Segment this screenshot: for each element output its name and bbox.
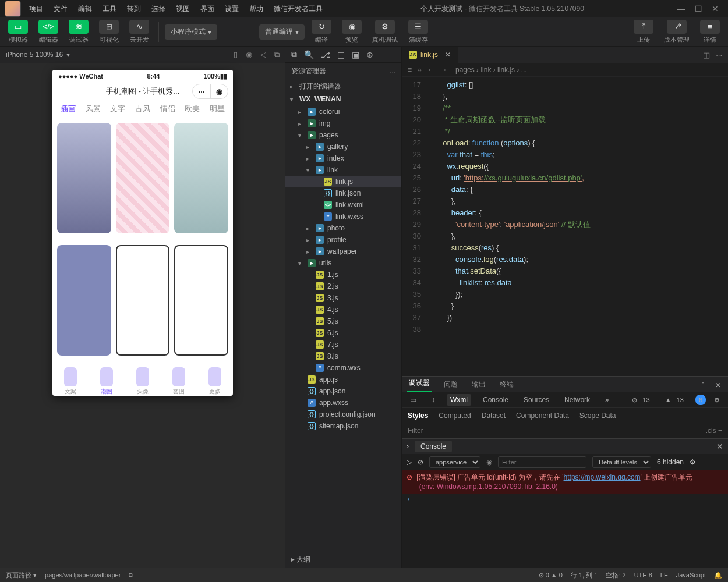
tree-item[interactable]: JS5.js: [285, 315, 401, 327]
style-subtab[interactable]: Scope Data: [579, 411, 616, 420]
clear-cache-button[interactable]: ☰清缓存: [405, 19, 432, 45]
upload-button[interactable]: ⤒上传: [630, 19, 657, 45]
warn-count[interactable]: ▲ 13: [662, 395, 691, 405]
menu-选择[interactable]: 选择: [147, 2, 170, 16]
tree-item[interactable]: #link.wxss: [285, 211, 401, 222]
tree-item[interactable]: {}app.json: [285, 385, 401, 397]
bell-icon[interactable]: 🔔: [714, 572, 722, 579]
simulator-button[interactable]: ▭模拟器: [5, 19, 31, 45]
tree-item[interactable]: JS3.js: [285, 292, 401, 304]
devtools-panel-tab[interactable]: Sources: [520, 394, 553, 406]
devtools-panel-tab[interactable]: Console: [479, 394, 512, 406]
phone-capsule[interactable]: ··· ◉: [192, 84, 228, 99]
eye-icon[interactable]: ◉: [486, 458, 492, 466]
console-filter-input[interactable]: [498, 456, 586, 468]
info-count[interactable]: 6: [695, 395, 706, 405]
category-tab[interactable]: 文字: [105, 104, 130, 114]
style-subtab[interactable]: Component Data: [516, 411, 569, 420]
debugger-tab[interactable]: 问题: [441, 377, 460, 392]
cursor-position[interactable]: 行 1, 列 1: [571, 571, 598, 580]
console-prompt[interactable]: ›: [402, 494, 728, 504]
tree-item[interactable]: JS2.js: [285, 281, 401, 292]
menu-工具[interactable]: 工具: [98, 2, 121, 16]
thumbnail[interactable]: [174, 245, 228, 356]
search-icon[interactable]: 🔍: [304, 50, 314, 59]
issues-icons[interactable]: ⊘ 0 ▲ 0: [539, 572, 563, 579]
menu-界面[interactable]: 界面: [196, 2, 219, 16]
tree-item[interactable]: JSapp.js: [285, 374, 401, 385]
compile-mode-select[interactable]: 普通编译▾: [259, 24, 305, 40]
tree-item[interactable]: ▸▸colorui: [285, 106, 401, 118]
menu-编辑[interactable]: 编辑: [73, 2, 97, 16]
route-value[interactable]: pages/wallpaper/wallpaper: [45, 572, 121, 579]
style-subtab[interactable]: Dataset: [482, 411, 506, 420]
preview-button[interactable]: ◉预览: [338, 19, 365, 45]
nav-item[interactable]: 潮图: [89, 367, 125, 396]
record-icon[interactable]: ◉: [246, 50, 252, 59]
menu-文件[interactable]: 文件: [49, 2, 72, 16]
project-root[interactable]: ▾WX_WENAN: [285, 93, 401, 105]
close-icon[interactable]: ✕: [713, 379, 723, 392]
git-icon[interactable]: ⎇: [321, 50, 330, 59]
devtools-panel-tab[interactable]: Wxml: [447, 394, 471, 406]
tree-item[interactable]: JS8.js: [285, 350, 401, 362]
tree-item[interactable]: ▾▸pages: [285, 129, 401, 141]
more-icon[interactable]: ···: [390, 68, 395, 76]
debugger-tab[interactable]: 终端: [497, 377, 516, 392]
category-tab[interactable]: 风景: [81, 104, 106, 114]
tree-item[interactable]: #comm.wxs: [285, 362, 401, 374]
debugger-button[interactable]: ≋调试器: [65, 19, 92, 45]
category-tab[interactable]: 欧美: [180, 104, 205, 114]
menu-icon[interactable]: ···: [193, 84, 210, 98]
tree-item[interactable]: JS7.js: [285, 339, 401, 350]
style-subtab[interactable]: Computed: [439, 411, 471, 420]
category-tab[interactable]: 古风: [130, 104, 156, 114]
tree-item[interactable]: ▾▸utils: [285, 257, 401, 269]
category-tab[interactable]: 明星: [204, 104, 229, 114]
close-tab-icon[interactable]: ✕: [445, 51, 451, 59]
visual-button[interactable]: ⊞可视化: [96, 19, 122, 45]
debugger-tab[interactable]: 输出: [469, 377, 488, 392]
thumbnail[interactable]: [116, 123, 170, 233]
detail-button[interactable]: ≡详情: [697, 19, 723, 45]
cls-label[interactable]: .cls +: [706, 427, 722, 435]
close-icon[interactable]: ✕: [712, 4, 719, 13]
tree-item[interactable]: ▸▸img: [285, 118, 401, 129]
tree-item[interactable]: JS1.js: [285, 269, 401, 281]
debugger-tab[interactable]: 调试器: [407, 376, 432, 392]
tree-item[interactable]: ▸▸gallery: [285, 141, 401, 152]
bookmark-icon[interactable]: ⟐: [418, 66, 422, 74]
devtools-panel-tab[interactable]: Network: [561, 394, 593, 406]
collapse-icon[interactable]: ≡: [408, 66, 412, 74]
tree-item[interactable]: {}sitemap.json: [285, 420, 401, 432]
levels-select[interactable]: Default levels: [592, 456, 651, 468]
inspect-icon[interactable]: ▭: [407, 394, 420, 406]
tree-item[interactable]: ▾▸link: [285, 164, 401, 176]
error-link[interactable]: https://mp.weixin.qq.com: [564, 473, 641, 481]
error-count[interactable]: ⊘ 13: [628, 395, 656, 406]
tree-item[interactable]: {}link.json: [285, 187, 401, 199]
inspect-icon[interactable]: ↕: [428, 394, 439, 406]
real-device-button[interactable]: ⚙真机调试: [369, 19, 401, 45]
target-icon[interactable]: ◉: [210, 84, 228, 98]
menu-项目[interactable]: 项目: [24, 2, 48, 16]
editor-button[interactable]: </>编辑器: [35, 19, 62, 45]
nav-item[interactable]: 更多: [197, 367, 233, 396]
files-icon[interactable]: ⧉: [291, 49, 297, 59]
menu-微信开发者工具[interactable]: 微信开发者工具: [269, 2, 327, 16]
copy-icon[interactable]: ⧉: [274, 50, 280, 59]
tree-item[interactable]: JS4.js: [285, 304, 401, 315]
maximize-icon[interactable]: ☐: [695, 4, 702, 13]
tree-item[interactable]: ▸▸index: [285, 152, 401, 164]
split-editor-icon[interactable]: ◫: [703, 51, 710, 59]
chevron-down-icon[interactable]: ▾: [66, 51, 70, 59]
thumbnail[interactable]: [57, 245, 111, 356]
collapse-icon[interactable]: ˄: [699, 379, 707, 392]
console-tab[interactable]: Console: [415, 441, 453, 452]
close-icon[interactable]: ✕: [716, 442, 723, 451]
breadcrumb-path[interactable]: pages › link › link.js › ...: [455, 66, 527, 74]
play-icon[interactable]: ▷: [407, 458, 412, 466]
thumbnail[interactable]: [57, 123, 111, 233]
ext-icon[interactable]: ⊕: [366, 50, 373, 59]
tree-item[interactable]: ▸▸photo: [285, 222, 401, 234]
